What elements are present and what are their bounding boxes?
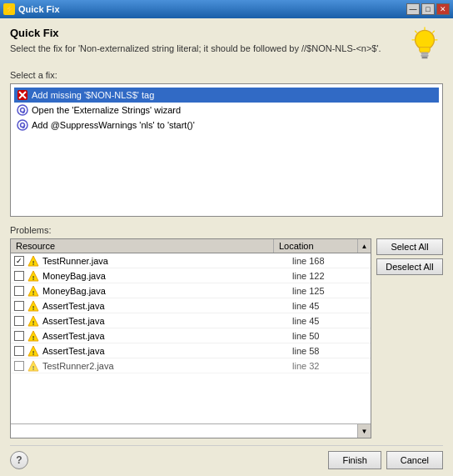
- svg-text:!: !: [32, 259, 35, 267]
- table-header: Resource Location ▲: [11, 239, 371, 253]
- warning-icon: !: [27, 285, 39, 297]
- row-checkbox-col: [11, 301, 27, 311]
- close-button[interactable]: ✕: [436, 3, 450, 15]
- warning-icon: !: [27, 270, 39, 282]
- row-checkbox-6[interactable]: [14, 331, 24, 341]
- table-row[interactable]: ! AssertTest.java line 45: [11, 313, 371, 328]
- row-checkbox-col: [11, 331, 27, 341]
- row-checkbox-1[interactable]: ✓: [14, 256, 24, 266]
- svg-text:!: !: [32, 274, 35, 282]
- row-resource-6: AssertTest.java: [41, 330, 287, 342]
- table-row[interactable]: ! MoneyBag.java line 125: [11, 283, 371, 298]
- svg-text:!: !: [32, 289, 35, 297]
- row-resource-4: AssertTest.java: [41, 300, 287, 312]
- row-location-5: line 45: [287, 315, 371, 327]
- row-resource-1: TestRunner.java: [41, 255, 287, 267]
- warning-icon: !: [27, 345, 39, 357]
- lightbulb-icon: [406, 27, 443, 63]
- deselect-all-button[interactable]: Deselect All: [376, 258, 443, 275]
- title-bar: ⚡ Quick Fix — □ ✕: [0, 0, 453, 18]
- fix-item-1-text: Add missing '$NON-NLS$' tag: [32, 90, 154, 100]
- table-row[interactable]: ! AssertTest.java line 50: [11, 328, 371, 343]
- table-row[interactable]: ! MoneyBag.java line 122: [11, 268, 371, 283]
- row-location-6: line 50: [287, 330, 371, 342]
- row-checkbox-5[interactable]: [14, 316, 24, 326]
- svg-text:!: !: [32, 304, 35, 312]
- fix-item-1[interactable]: Add missing '$NON-NLS$' tag: [14, 88, 439, 103]
- dialog-description: Select the fix for 'Non-externalized str…: [10, 43, 400, 54]
- warning-icon: !: [27, 360, 39, 372]
- svg-text:!: !: [32, 334, 35, 342]
- warning-icon: !: [27, 255, 39, 267]
- scroll-up-button[interactable]: ▲: [357, 239, 371, 253]
- svg-text:!: !: [32, 349, 35, 357]
- col-header-location: Location: [274, 239, 357, 253]
- col-header-resource: Resource: [11, 239, 274, 253]
- dialog-body: Quick Fix Select the fix for 'Non-extern…: [0, 18, 453, 476]
- problems-section: Problems: Resource Location ▲: [10, 225, 443, 438]
- row-checkbox-col: [11, 271, 27, 281]
- fix-x-icon: [17, 89, 28, 101]
- row-checkbox-col: ✓: [11, 256, 27, 266]
- row-resource-3: MoneyBag.java: [41, 285, 287, 297]
- fix-section: Select a fix: Add missing '$NON-NLS$' ta…: [10, 70, 443, 225]
- cancel-button[interactable]: Cancel: [386, 451, 443, 469]
- row-checkbox-8[interactable]: [14, 361, 24, 371]
- table-row[interactable]: ✓ ! TestRunner.java line 168: [11, 253, 371, 268]
- warning-icon: !: [27, 300, 39, 312]
- fix-at-icon-2: [17, 104, 28, 116]
- row-checkbox-col: [11, 361, 27, 371]
- row-checkbox-7[interactable]: [14, 346, 24, 356]
- window-controls: — □ ✕: [406, 3, 450, 15]
- row-checkbox-col: [11, 286, 27, 296]
- maximize-button[interactable]: □: [421, 3, 435, 15]
- fix-section-label: Select a fix:: [10, 70, 443, 80]
- row-checkbox-2[interactable]: [14, 271, 24, 281]
- window-icon: ⚡: [3, 3, 15, 15]
- problems-label: Problems:: [10, 225, 443, 235]
- table-row[interactable]: ! AssertTest.java line 58: [11, 343, 371, 358]
- bottom-right-buttons: Finish Cancel: [328, 451, 443, 469]
- warning-icon: !: [27, 315, 39, 327]
- scroll-down-button[interactable]: ▼: [357, 424, 371, 438]
- row-location-4: line 45: [287, 300, 371, 312]
- fix-list: Add missing '$NON-NLS$' tag Open the 'Ex…: [10, 83, 443, 217]
- row-resource-7: AssertTest.java: [41, 345, 287, 357]
- help-button[interactable]: ?: [10, 451, 28, 469]
- row-checkbox-4[interactable]: [14, 301, 24, 311]
- row-location-7: line 58: [287, 345, 371, 357]
- fix-item-3[interactable]: Add @SuppressWarnings 'nls' to 'start()': [14, 118, 439, 133]
- table-row[interactable]: ! AssertTest.java line 45: [11, 298, 371, 313]
- svg-line-6: [416, 31, 417, 33]
- bottom-bar: ? Finish Cancel: [10, 445, 443, 469]
- svg-rect-3: [421, 57, 427, 58]
- window-title: Quick Fix: [18, 4, 60, 14]
- svg-text:!: !: [32, 364, 35, 372]
- svg-text:!: !: [32, 319, 35, 327]
- minimize-button[interactable]: —: [406, 3, 420, 15]
- fix-item-2-text: Open the 'Externalize Strings' wizard: [32, 105, 181, 115]
- row-location-3: line 125: [287, 285, 371, 297]
- fix-item-3-text: Add @SuppressWarnings 'nls' to 'start()': [32, 120, 195, 130]
- table-row[interactable]: ! TestRunner2.java line 32: [11, 358, 371, 373]
- svg-point-0: [416, 30, 435, 49]
- finish-button[interactable]: Finish: [328, 451, 381, 469]
- fix-at-icon-3: [17, 119, 28, 131]
- row-checkbox-col: [11, 346, 27, 356]
- scroll-bottom-area: ▼: [11, 423, 371, 438]
- problems-table-outer: Resource Location ▲ ✓: [10, 238, 371, 438]
- table-body: ✓ ! TestRunner.java line 168: [11, 253, 371, 423]
- svg-rect-2: [421, 54, 429, 57]
- row-resource-5: AssertTest.java: [41, 315, 287, 327]
- row-resource-2: MoneyBag.java: [41, 270, 287, 282]
- select-all-button[interactable]: Select All: [376, 238, 443, 255]
- row-location-8: line 32: [287, 360, 371, 372]
- row-resource-8: TestRunner2.java: [41, 360, 287, 372]
- problems-container: Resource Location ▲ ✓: [10, 238, 443, 438]
- row-checkbox-3[interactable]: [14, 286, 24, 296]
- header-text: Quick Fix Select the fix for 'Non-extern…: [10, 27, 400, 54]
- side-buttons: Select All Deselect All: [376, 238, 443, 438]
- fix-item-2[interactable]: Open the 'Externalize Strings' wizard: [14, 103, 439, 118]
- row-location-1: line 168: [287, 255, 371, 267]
- row-checkbox-col: [11, 316, 27, 326]
